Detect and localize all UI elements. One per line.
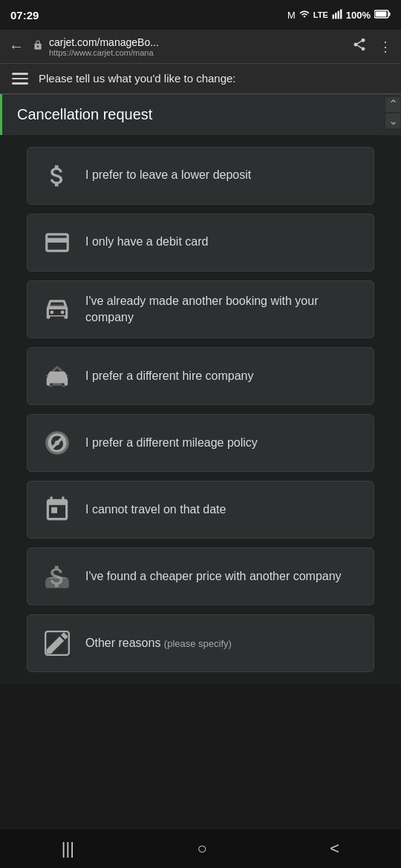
svg-point-10: [61, 378, 65, 382]
option-cannot-travel-label: I cannot travel on that date: [85, 502, 226, 518]
money-icon: [41, 160, 74, 192]
status-icons: M LTE 100%: [287, 9, 391, 22]
cars-icon: [41, 293, 74, 326]
option-different-company[interactable]: I prefer a different hire company: [27, 347, 374, 405]
option-different-company-label: I prefer a different hire company: [85, 368, 254, 384]
browser-url-main: carjet.com/manageBo...: [49, 36, 159, 48]
section-header: Cancellation request: [0, 94, 401, 135]
lock-icon: [33, 40, 43, 53]
car-garage-icon: [41, 360, 74, 392]
svg-rect-0: [332, 14, 333, 19]
option-cannot-travel[interactable]: I cannot travel on that date: [27, 481, 374, 539]
speedometer-icon: [41, 427, 74, 459]
svg-point-9: [50, 378, 54, 382]
bars-icon: [332, 9, 342, 22]
option-mileage-policy[interactable]: I prefer a different mileage policy: [27, 414, 374, 472]
svg-rect-1: [335, 13, 336, 19]
signal-icon: [299, 9, 310, 22]
scroll-down-button[interactable]: ⌄: [385, 114, 400, 128]
hamburger-menu[interactable]: [9, 70, 31, 88]
options-list: I prefer to leave a lower deposit I only…: [0, 135, 401, 685]
nav-bar: Please tell us what you'd like to change…: [0, 64, 401, 94]
scroll-indicator: ⌃ ⌄: [385, 94, 401, 131]
bottom-nav: ||| ○ <: [0, 829, 401, 868]
main-content: ⌃ ⌄ Cancellation request I prefer to lea…: [0, 94, 401, 685]
svg-point-7: [50, 310, 54, 314]
option-other-reasons-label: Other reasons (please specify): [85, 635, 232, 651]
back-button[interactable]: ←: [6, 35, 27, 58]
scroll-up-button[interactable]: ⌃: [385, 97, 400, 112]
option-another-booking[interactable]: I've already made another booking with y…: [27, 280, 374, 339]
option-lower-deposit-label: I prefer to leave a lower deposit: [85, 167, 251, 183]
recent-apps-button[interactable]: |||: [47, 833, 89, 864]
pencil-square-icon: [41, 627, 74, 660]
option-cheaper-price-label: I've found a cheaper price with another …: [85, 568, 342, 585]
section-title: Cancellation request: [17, 106, 386, 123]
option-debit-card-label: I only have a debit card: [85, 234, 208, 250]
svg-rect-2: [337, 10, 339, 19]
option-another-booking-label: I've already made another booking with y…: [85, 293, 360, 326]
browser-url-full: https://www.carjet.com/mana: [49, 48, 154, 57]
battery-icon: [374, 10, 391, 21]
card-icon: [41, 226, 74, 259]
svg-point-8: [61, 310, 65, 314]
mail-icon: M: [287, 10, 296, 21]
option-mileage-policy-label: I prefer a different mileage policy: [85, 435, 258, 451]
svg-rect-3: [340, 9, 342, 19]
svg-rect-5: [376, 11, 387, 16]
browser-chrome: ← carjet.com/manageBo... https://www.car…: [0, 30, 401, 64]
browser-url-area[interactable]: carjet.com/manageBo... https://www.carje…: [49, 36, 343, 57]
lte-icon: LTE: [313, 10, 328, 19]
nav-prompt: Please tell us what you'd like to change…: [39, 72, 392, 85]
status-bar: 07:29 M LTE 100%: [0, 0, 401, 30]
calendar-icon: [41, 493, 74, 526]
svg-rect-6: [389, 12, 391, 16]
money-hand-icon: [41, 560, 74, 593]
back-button-nav[interactable]: <: [315, 833, 354, 864]
home-button[interactable]: ○: [183, 833, 222, 864]
option-lower-deposit[interactable]: I prefer to leave a lower deposit: [27, 147, 374, 205]
status-time: 07:29: [10, 9, 39, 22]
menu-button[interactable]: ⋮: [376, 36, 395, 58]
battery-text: 100%: [346, 10, 371, 21]
share-button[interactable]: [349, 34, 370, 59]
option-debit-card[interactable]: I only have a debit card: [27, 214, 374, 272]
option-cheaper-price[interactable]: I've found a cheaper price with another …: [27, 548, 374, 605]
option-other-reasons[interactable]: Other reasons (please specify): [27, 614, 374, 672]
